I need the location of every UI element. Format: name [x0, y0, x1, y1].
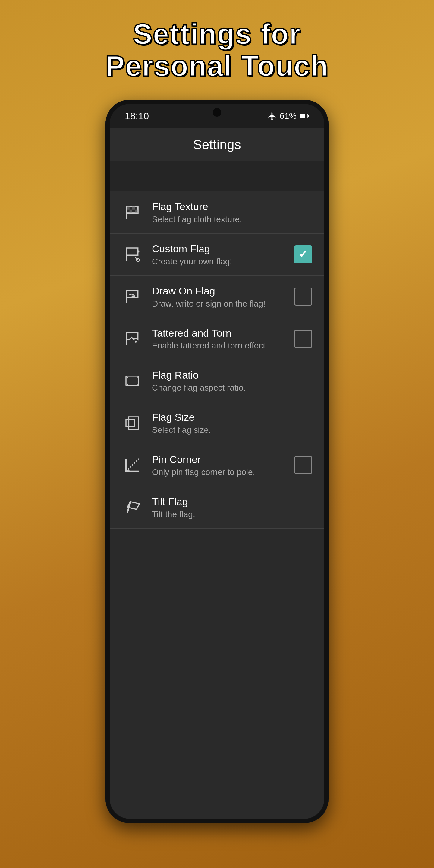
- svg-rect-1: [308, 115, 309, 117]
- flag-size-subtitle: Select flag size.: [152, 425, 312, 435]
- custom-flag-icon: [122, 244, 143, 265]
- app-bar: Settings: [110, 128, 324, 161]
- phone-frame: 18:10 61% Settings: [105, 100, 329, 823]
- pin-corner-subtitle: Only pin flag corner to pole.: [152, 467, 285, 477]
- flag-texture-subtitle: Select flag cloth texture.: [152, 215, 312, 224]
- flag-texture-icon: [122, 202, 143, 223]
- settings-item-pin-corner[interactable]: Pin Corner Only pin flag corner to pole.: [110, 444, 324, 487]
- custom-flag-title: Custom Flag: [152, 243, 285, 255]
- flag-ratio-icon: [122, 370, 143, 392]
- pin-corner-checkbox[interactable]: [294, 456, 312, 474]
- draw-on-flag-subtitle: Draw, write or sign on the flag!: [152, 299, 285, 309]
- draw-flag-icon: [122, 286, 143, 307]
- tattered-torn-icon: [122, 328, 143, 349]
- battery-percent: 61%: [280, 111, 297, 121]
- page-title: Settings for Personal Touch: [87, 18, 347, 82]
- settings-item-draw-on-flag[interactable]: Draw On Flag Draw, write or sign on the …: [110, 276, 324, 318]
- svg-rect-18: [126, 420, 134, 427]
- battery-icon: [300, 113, 309, 119]
- draw-on-flag-title: Draw On Flag: [152, 285, 285, 297]
- flag-ratio-title: Flag Ratio: [152, 369, 312, 381]
- status-icons: 61%: [268, 111, 309, 121]
- custom-flag-checkbox[interactable]: ✓: [294, 245, 312, 264]
- tilt-flag-subtitle: Tilt the flag.: [152, 510, 312, 519]
- custom-flag-subtitle: Create your own flag!: [152, 257, 285, 267]
- tilt-flag-icon: [122, 497, 143, 518]
- tattered-torn-subtitle: Enable tattered and torn effect.: [152, 341, 285, 350]
- svg-rect-2: [300, 114, 305, 118]
- settings-item-flag-texture[interactable]: Flag Texture Select flag cloth texture.: [110, 191, 324, 234]
- settings-list: Flag Texture Select flag cloth texture.: [110, 191, 324, 528]
- tattered-torn-checkbox[interactable]: [294, 330, 312, 348]
- section-spacer: [110, 161, 324, 191]
- svg-rect-19: [129, 417, 138, 430]
- flag-texture-title: Flag Texture: [152, 200, 312, 213]
- status-time: 18:10: [125, 111, 149, 122]
- flag-size-title: Flag Size: [152, 411, 312, 424]
- pin-corner-title: Pin Corner: [152, 453, 285, 466]
- settings-item-tattered-torn[interactable]: Tattered and Torn Enable tattered and to…: [110, 318, 324, 360]
- airplane-icon: [268, 112, 277, 121]
- flag-size-icon: [122, 412, 143, 434]
- tilt-flag-title: Tilt Flag: [152, 495, 312, 508]
- settings-item-flag-ratio[interactable]: Flag Ratio Change flag aspect ratio.: [110, 360, 324, 402]
- app-bar-title: Settings: [193, 137, 241, 152]
- settings-item-flag-size[interactable]: Flag Size Select flag size.: [110, 402, 324, 444]
- flag-ratio-subtitle: Change flag aspect ratio.: [152, 383, 312, 393]
- draw-on-flag-checkbox[interactable]: [294, 287, 312, 306]
- pin-corner-icon: [122, 455, 143, 475]
- settings-item-custom-flag[interactable]: Custom Flag Create your own flag! ✓: [110, 234, 324, 276]
- tattered-torn-title: Tattered and Torn: [152, 327, 285, 339]
- settings-item-tilt-flag[interactable]: Tilt Flag Tilt the flag.: [110, 487, 324, 529]
- camera-notch: [213, 108, 221, 117]
